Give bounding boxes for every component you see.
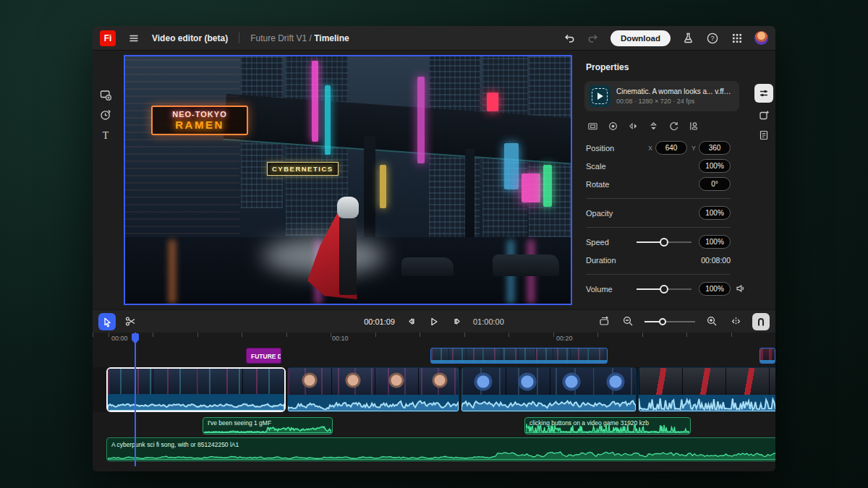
generate-panel-toggle[interactable] [754,106,773,124]
redo-icon[interactable] [586,31,600,46]
reflection [169,240,176,304]
speaker-icon[interactable] [735,283,746,294]
mask-circle-icon[interactable] [608,121,618,132]
sliders-icon [758,87,770,99]
position-row: Position X 640 Y 360 [586,139,731,157]
woman-figure [339,214,357,295]
text-tool-icon[interactable]: T [99,129,112,142]
beaker-icon[interactable] [681,31,695,46]
breadcrumb-project[interactable]: Future Drift V1 [250,33,307,43]
apps-grid-icon[interactable] [730,31,744,46]
audio-clip[interactable]: clicking buttons on a video game 31920 k… [524,417,691,435]
ruler-label: 00:10 [332,335,349,342]
hamburger-menu-icon[interactable] [127,31,141,46]
zoom-out-icon[interactable] [621,314,635,329]
position-x-input[interactable]: 640 [655,141,687,155]
video-preview-canvas[interactable]: NEO-TOKYO RAMEN CYBERNETICS [124,55,572,305]
opacity-label: Opacity [586,209,699,218]
position-label: Position [586,144,648,153]
duration-label: Duration [586,256,701,265]
neon-sign [522,174,540,202]
video-clip-cape[interactable] [638,367,775,412]
left-toolbar: T [93,51,119,309]
frame-back-icon[interactable] [404,314,418,329]
neon-sign [487,93,498,111]
download-button[interactable]: Download [610,30,671,46]
overlay-video-clip[interactable] [430,348,608,364]
sign-text-ramen: RAMEN [157,119,242,131]
notes-icon [758,129,770,141]
timeline-area: 00:00 00:10 00:20 00:30 FUTURE DRI [93,333,775,471]
opacity-input[interactable]: 100% [699,206,731,220]
audio-track-1: I've been seeing 1 gMF clicking buttons … [93,417,775,435]
speed-slider[interactable] [637,238,692,247]
audio-clip[interactable]: I've been seeing 1 gMF [203,417,333,435]
firefly-logo[interactable]: Fi [100,30,116,46]
clip-audio-waveform [461,395,636,411]
video-clip-robot[interactable] [461,367,637,412]
top-bar: Fi Video editor (beta) Future Drift V1 /… [93,26,775,51]
properties-panel-toggle[interactable] [754,84,773,103]
select-tool-button[interactable] [98,313,116,330]
play-button[interactable] [427,314,441,329]
divider [239,33,239,43]
undo-icon[interactable] [561,31,576,46]
volume-slider[interactable] [637,285,692,294]
video-clip-city[interactable] [106,367,286,412]
audio-waveform [526,424,689,433]
total-duration: 01:00:00 [473,317,504,326]
snap-magnet-button[interactable] [752,313,770,330]
align-icon[interactable] [689,121,699,132]
neon-sign [325,85,331,155]
track-options-icon[interactable] [597,314,611,329]
selected-clip-card[interactable]: Cinematic. A woman looks a... v.ffgenvid… [584,81,739,111]
speed-label: Speed [586,238,637,247]
text-clip[interactable]: FUTURE DRI [246,348,281,364]
sign-text-neo-tokyo: NEO-TOKYO [157,110,242,119]
neon-sign [504,143,519,189]
rotate-icon[interactable] [668,121,679,132]
history-clock-icon[interactable] [99,108,112,121]
duration-row: Duration 00:08:00 [586,251,731,269]
clip-audio-waveform [288,395,459,411]
scale-row: Scale 100% [586,157,731,175]
fit-frame-icon[interactable] [587,121,598,132]
rotate-input[interactable]: 0° [699,177,731,191]
cursor-icon [101,316,113,328]
timeline-ruler[interactable]: 00:00 00:10 00:20 00:30 [93,333,775,345]
overlay-video-clip[interactable] [760,348,775,364]
timeline-zoom-slider[interactable] [644,318,695,325]
properties-heading: Properties [586,62,731,72]
video-clip-woman[interactable] [287,367,459,412]
music-clip[interactable]: A cyberpunk sci fi song, with or 8512422… [106,437,775,461]
help-icon[interactable]: ? [705,31,720,46]
position-y-input[interactable]: 360 [699,141,731,155]
clip-thumbnails [461,368,636,396]
app-title: Video editor (beta) [152,33,228,43]
flip-vertical-icon[interactable] [648,121,659,132]
speed-input[interactable]: 100% [699,235,731,249]
breadcrumb-page: Timeline [314,33,349,43]
speed-row: Speed 100% [586,233,731,251]
divider [586,274,731,275]
scale-input[interactable]: 100% [699,159,731,173]
split-scissors-icon[interactable] [123,314,137,329]
add-media-icon[interactable] [99,88,112,101]
rotate-label: Rotate [586,180,699,189]
woman-hair [337,197,359,218]
properties-panel: Properties Cinematic. A woman looks a...… [576,51,749,309]
neon-sign [417,77,425,163]
transform-icon-row [587,119,731,133]
flip-horizontal-icon[interactable] [628,121,639,132]
avatar[interactable] [754,31,768,45]
playhead[interactable] [135,333,136,466]
volume-input[interactable]: 100% [699,282,731,296]
breadcrumb[interactable]: Future Drift V1 / Timeline [250,33,349,43]
duration-value: 00:08:00 [701,256,731,265]
zoom-in-icon[interactable] [705,314,719,329]
notes-panel-toggle[interactable] [754,126,773,145]
frame-forward-icon[interactable] [450,314,464,329]
parked-car [493,254,559,276]
trim-split-icon[interactable] [728,314,743,329]
neon-sign [543,165,552,207]
